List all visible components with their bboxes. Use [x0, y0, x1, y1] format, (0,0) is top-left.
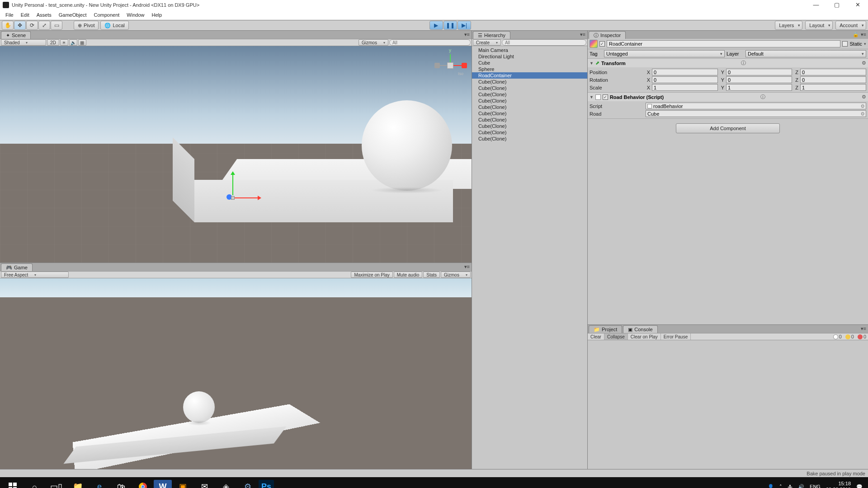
- gizmo-x-axis[interactable]: [233, 197, 260, 198]
- scene-viewport[interactable]: y Iso: [0, 46, 472, 263]
- tool-scale-button[interactable]: ⤢: [38, 21, 50, 30]
- action-center-icon[interactable]: 💬: [856, 484, 863, 488]
- scale-x-field[interactable]: [652, 84, 718, 91]
- window-minimize-button[interactable]: —: [806, 0, 826, 10]
- taskview-button[interactable]: ▭▯: [45, 478, 67, 488]
- panel-lock-icon[interactable]: 🔒: [853, 32, 859, 38]
- menu-gameobject[interactable]: GameObject: [55, 11, 90, 19]
- menu-assets[interactable]: Assets: [33, 11, 55, 19]
- panel-menu-icon[interactable]: ▾≡: [580, 32, 585, 38]
- menu-help[interactable]: Help: [148, 11, 165, 19]
- console-clear-button[interactable]: Clear: [588, 333, 604, 340]
- game-tab[interactable]: 🎮Game: [1, 263, 33, 271]
- hierarchy-item[interactable]: Sphere: [472, 66, 587, 72]
- taskbar-word[interactable]: W: [154, 480, 172, 488]
- step-button[interactable]: ▶|: [458, 21, 471, 30]
- scene-fx-toggle[interactable]: ▦: [78, 39, 86, 46]
- start-button[interactable]: [2, 478, 24, 488]
- hierarchy-item[interactable]: Cube(Clone): [472, 110, 587, 117]
- hierarchy-item[interactable]: Main Camera: [472, 47, 587, 53]
- taskbar-store[interactable]: 🛍: [110, 478, 132, 488]
- panel-menu-icon[interactable]: ▾≡: [861, 32, 866, 38]
- gizmo-center[interactable]: [231, 196, 235, 200]
- inspector-tab[interactable]: ⓘInspector: [589, 31, 626, 39]
- console-error-filter[interactable]: 0: [856, 334, 868, 339]
- static-checkbox[interactable]: [842, 41, 848, 47]
- scene-shading-dropdown[interactable]: Shaded: [1, 39, 46, 46]
- game-mute-toggle[interactable]: Mute audio: [394, 272, 422, 278]
- tag-dropdown[interactable]: Untagged: [604, 50, 725, 57]
- tool-move-button[interactable]: ✥: [14, 21, 26, 30]
- system-tray[interactable]: 👤 ˄ 🖧 🔊 ENG 15:18 09.03.2018 💬: [764, 481, 866, 488]
- console-info-filter[interactable]: 0: [831, 334, 844, 339]
- hierarchy-create-dropdown[interactable]: Create: [473, 39, 501, 46]
- game-gizmos-dropdown[interactable]: Gizmos: [441, 272, 471, 278]
- hierarchy-item[interactable]: Cube(Clone): [472, 117, 587, 123]
- script-field-value[interactable]: roadBehavior⊙: [646, 103, 866, 109]
- gizmo-y-axis[interactable]: [232, 173, 233, 195]
- play-button[interactable]: ▶: [429, 21, 443, 30]
- window-maximize-button[interactable]: ▢: [826, 0, 847, 10]
- component-help-icon[interactable]: ⓘ: [741, 60, 746, 66]
- menu-edit[interactable]: Edit: [17, 11, 33, 19]
- scene-search-input[interactable]: [389, 39, 471, 46]
- object-picker-icon[interactable]: ⊙: [861, 111, 864, 116]
- search-button[interactable]: ⌕: [24, 478, 45, 488]
- taskbar-photoshop[interactable]: Ps: [259, 480, 274, 488]
- add-component-button[interactable]: Add Component: [676, 123, 780, 133]
- game-aspect-dropdown[interactable]: Free Aspect: [1, 272, 69, 278]
- taskbar-chrome[interactable]: [132, 478, 154, 488]
- layer-dropdown[interactable]: Default: [745, 50, 866, 57]
- scale-y-field[interactable]: [726, 84, 792, 91]
- hierarchy-item[interactable]: Cube(Clone): [472, 85, 587, 91]
- people-icon[interactable]: 👤: [768, 484, 774, 488]
- hierarchy-item[interactable]: Cube(Clone): [472, 129, 587, 136]
- hierarchy-item[interactable]: Cube(Clone): [472, 136, 587, 142]
- tool-rotate-button[interactable]: ⟳: [26, 21, 38, 30]
- console-tab[interactable]: ▣Console: [623, 325, 657, 333]
- tool-hand-button[interactable]: ✋: [2, 21, 14, 30]
- rotation-x-field[interactable]: [652, 76, 718, 83]
- hierarchy-item[interactable]: Cube(Clone): [472, 79, 587, 85]
- position-z-field[interactable]: [800, 69, 866, 75]
- console-body[interactable]: [588, 340, 868, 469]
- taskbar-app1[interactable]: ⚙: [237, 478, 259, 488]
- network-icon[interactable]: 🖧: [788, 484, 793, 488]
- layout-dropdown[interactable]: Layout: [805, 21, 833, 30]
- console-clearonplay-toggle[interactable]: Clear on Play: [628, 333, 661, 340]
- gameobject-name-field[interactable]: [607, 40, 840, 47]
- taskbar-explorer[interactable]: 📁: [67, 478, 89, 488]
- scale-z-field[interactable]: [800, 84, 866, 91]
- taskbar-clock[interactable]: 15:18 09.03.2018: [826, 481, 851, 488]
- fold-icon[interactable]: ▼: [590, 61, 594, 66]
- gameobject-icon[interactable]: [590, 40, 598, 48]
- panel-menu-icon[interactable]: ▾≡: [464, 264, 470, 270]
- menu-window[interactable]: Window: [123, 11, 148, 19]
- volume-icon[interactable]: 🔊: [798, 484, 804, 488]
- scene-2d-toggle[interactable]: 2D: [47, 39, 59, 46]
- game-maximize-toggle[interactable]: Maximize on Play: [351, 272, 392, 278]
- local-toggle[interactable]: 🌐Local: [100, 21, 128, 30]
- window-close-button[interactable]: ✕: [847, 0, 868, 10]
- taskbar-unity[interactable]: ◈: [215, 478, 237, 488]
- component-gear-icon[interactable]: ⚙: [862, 94, 866, 100]
- hierarchy-item[interactable]: Cube(Clone): [472, 104, 587, 110]
- game-stats-toggle[interactable]: Stats: [423, 272, 440, 278]
- gameobject-active-checkbox[interactable]: [599, 41, 605, 47]
- component-gear-icon[interactable]: ⚙: [862, 60, 866, 66]
- hierarchy-item[interactable]: Directional Light: [472, 53, 587, 60]
- rotation-y-field[interactable]: [726, 76, 792, 83]
- position-x-field[interactable]: [652, 69, 718, 75]
- panel-menu-icon[interactable]: ▾≡: [861, 326, 866, 332]
- orientation-gizmo[interactable]: y Iso: [437, 54, 464, 81]
- account-dropdown[interactable]: Account: [835, 21, 866, 30]
- scene-gizmos-dropdown[interactable]: Gizmos: [359, 39, 388, 46]
- console-errorpause-toggle[interactable]: Error Pause: [661, 333, 691, 340]
- scene-tab[interactable]: ✦Scene: [1, 31, 31, 39]
- hierarchy-item[interactable]: Cube(Clone): [472, 98, 587, 104]
- component-enabled-checkbox[interactable]: [603, 94, 608, 100]
- project-tab[interactable]: 📁Project: [589, 325, 622, 333]
- console-warn-filter[interactable]: 0: [844, 334, 856, 339]
- hierarchy-item[interactable]: Cube(Clone): [472, 91, 587, 98]
- game-viewport[interactable]: [0, 278, 472, 469]
